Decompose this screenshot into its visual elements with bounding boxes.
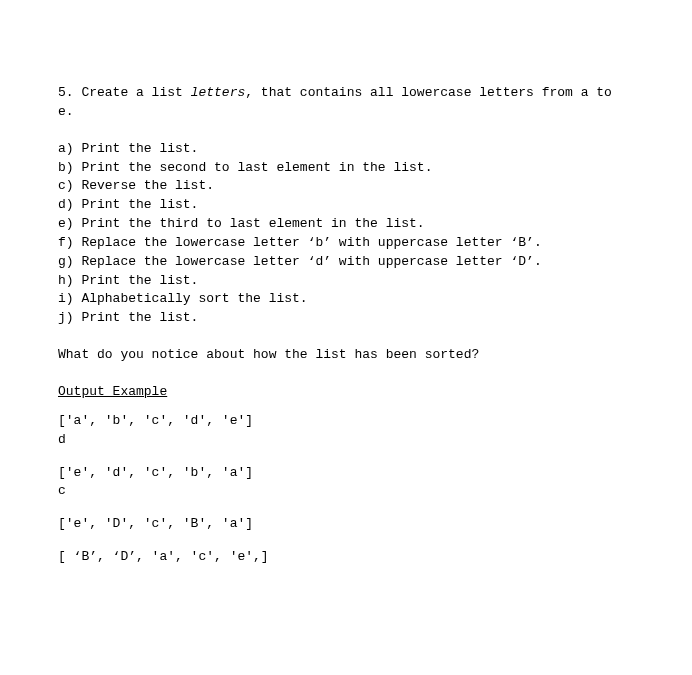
output-example-heading: Output Example	[58, 383, 634, 402]
step-item: f) Replace the lowercase letter ‘b’ with…	[58, 234, 634, 253]
output-block: ['a', 'b', 'c', 'd', 'e'] d	[58, 412, 634, 450]
step-item: e) Print the third to last element in th…	[58, 215, 634, 234]
step-item: i) Alphabetically sort the list.	[58, 290, 634, 309]
step-item: h) Print the list.	[58, 272, 634, 291]
step-item: b) Print the second to last element in t…	[58, 159, 634, 178]
output-block: [ ‘B’, ‘D’, 'a', 'c', 'e',]	[58, 548, 634, 567]
step-item: g) Replace the lowercase letter ‘d’ with…	[58, 253, 634, 272]
intro-varname: letters	[191, 85, 246, 100]
output-block: ['e', 'D', 'c', 'B', 'a']	[58, 515, 634, 534]
step-item: c) Reverse the list.	[58, 177, 634, 196]
intro-prefix: 5. Create a list	[58, 85, 191, 100]
step-item: j) Print the list.	[58, 309, 634, 328]
problem-intro: 5. Create a list letters, that contains …	[58, 84, 634, 122]
output-block: ['e', 'd', 'c', 'b', 'a'] c	[58, 464, 634, 502]
follow-up-question: What do you notice about how the list ha…	[58, 346, 634, 365]
step-item: d) Print the list.	[58, 196, 634, 215]
steps-list: a) Print the list. b) Print the second t…	[58, 140, 634, 328]
step-item: a) Print the list.	[58, 140, 634, 159]
